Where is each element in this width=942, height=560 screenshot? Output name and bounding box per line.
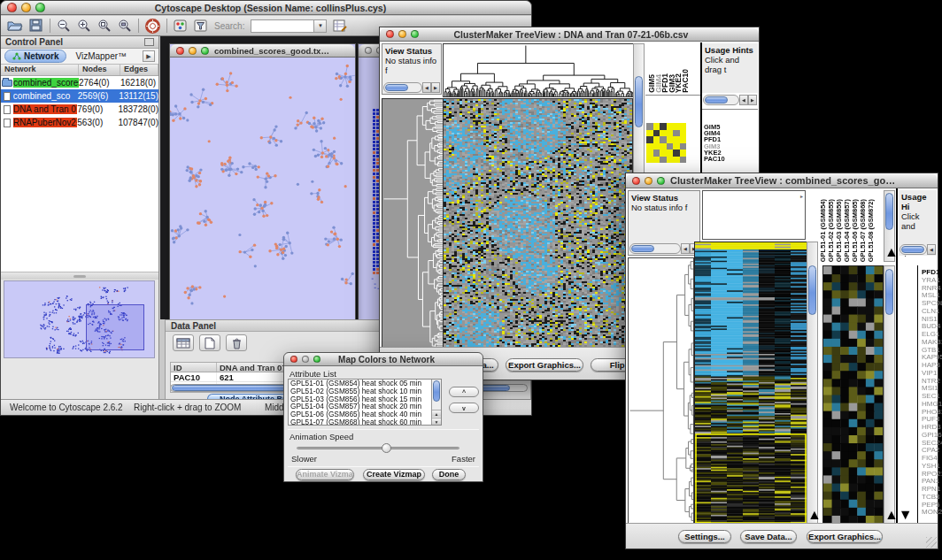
animation-speed-slider[interactable]	[297, 447, 459, 449]
column-label[interactable]: GIM3	[668, 74, 675, 93]
main-titlebar[interactable]: Cytoscape Desktop (Session Name: collins…	[1, 1, 531, 15]
vizmapper-icon[interactable]	[174, 19, 188, 33]
move-down-button[interactable]: v	[449, 403, 479, 413]
network-list-row[interactable]: combined_scores2764(0)16218(0)	[1, 76, 158, 89]
column-dendrogram-canvas[interactable]	[443, 43, 634, 97]
move-up-button[interactable]: ^	[449, 387, 479, 397]
minimize-button[interactable]	[21, 3, 31, 12]
scroll-right-icon[interactable]: ▶	[748, 95, 757, 105]
usage-hints-hscrollbar[interactable]: ◀	[900, 244, 936, 255]
zoom-out-icon[interactable]	[57, 19, 71, 33]
attribute-listbox[interactable]: GPL51-01 (GSM854) heat shock 05 minGPL51…	[288, 379, 442, 426]
help-lifering-icon[interactable]	[145, 19, 160, 34]
scroll-left-icon[interactable]: ◀	[422, 82, 431, 93]
gene-label[interactable]: MON2	[922, 509, 942, 517]
scroll-up-icon[interactable]: ▲	[432, 410, 441, 417]
network-list-row[interactable]: DNA and Tran 07769(0)183728(0)	[1, 103, 158, 116]
network-list-row[interactable]: combined_sco2569(6)13112(15)	[1, 89, 158, 103]
scroll-up-icon[interactable]: ▲	[807, 507, 822, 522]
zoom-selected-icon[interactable]	[97, 19, 112, 33]
network-view-canvas[interactable]	[170, 58, 355, 319]
column-label[interactable]: YKE2	[674, 73, 681, 93]
row-label[interactable]: PAC10	[704, 156, 725, 162]
zoom-button[interactable]	[313, 356, 320, 363]
row-dendrogram-canvas[interactable]	[382, 98, 444, 350]
column-label[interactable]: GPL51-02 (GSM855)	[827, 199, 835, 262]
column-label[interactable]: PFD1	[660, 73, 668, 93]
network-view-window[interactable]: combined_scores_good.txt--cluste...	[169, 43, 356, 319]
panel-splitter[interactable]	[1, 272, 158, 280]
zoom-button[interactable]	[35, 3, 45, 12]
column-label[interactable]: GPL51-04 (GSM857)	[843, 199, 851, 262]
col-header-id[interactable]: ID	[171, 363, 217, 372]
zoom-panel-hscrollbar[interactable]: ◀▶	[703, 95, 757, 105]
report-icon[interactable]	[333, 19, 348, 33]
delete-attribute-icon[interactable]	[226, 334, 247, 351]
col-header-nodes[interactable]: Nodes	[79, 65, 120, 75]
zoom-vscrollbar[interactable]: ▲▼	[884, 265, 895, 525]
export-graphics-button[interactable]: Export Graphics...	[807, 530, 883, 543]
attribute-item[interactable]: GPL51-07 (GSM868) heat shock 60 min	[289, 418, 431, 426]
network-overview-panel[interactable]	[4, 280, 155, 358]
tab-overflow-arrow[interactable]: ▶	[143, 50, 155, 62]
close-button[interactable]	[386, 30, 394, 38]
zoom-button[interactable]	[411, 30, 419, 38]
overview-viewport-rect[interactable]	[86, 304, 144, 350]
col-header-network[interactable]: Network	[1, 65, 79, 75]
minimize-button[interactable]	[302, 356, 309, 363]
settings-button[interactable]: Settings...	[678, 530, 731, 543]
close-button[interactable]	[176, 47, 184, 55]
minimize-button[interactable]	[398, 30, 406, 38]
column-label[interactable]: GPL51-06 (GSM865)	[851, 199, 859, 262]
heatmap-zoom-canvas[interactable]	[822, 265, 884, 525]
scroll-left-icon[interactable]: ◀	[681, 243, 690, 254]
treeview-combined-titlebar[interactable]: ClusterMaker TreeView : combined_scores_…	[626, 173, 938, 188]
search-input[interactable]	[251, 19, 314, 33]
zoom-fit-icon[interactable]	[118, 19, 132, 33]
close-button[interactable]	[632, 177, 640, 185]
close-button[interactable]	[290, 356, 297, 363]
zoom-button[interactable]	[657, 177, 665, 185]
view-status-hscrollbar[interactable]: ◀▶	[383, 82, 440, 93]
correlation-matrix[interactable]	[646, 123, 686, 163]
minimize-button[interactable]	[189, 47, 197, 55]
open-file-icon[interactable]	[6, 19, 23, 33]
slider-thumb[interactable]	[382, 443, 391, 453]
scroll-down-icon[interactable]: ▼	[899, 507, 913, 522]
save-icon[interactable]	[29, 19, 43, 33]
tab-network[interactable]: Network	[4, 50, 66, 63]
column-label[interactable]: GPL51-01 (GSM854)	[819, 199, 827, 262]
create-vizmap-button[interactable]: Create Vizmap	[363, 469, 425, 480]
row-dendrogram-canvas[interactable]	[628, 257, 694, 525]
save-data-button[interactable]: Save Data...	[740, 530, 797, 543]
view-status-hscrollbar[interactable]: ◀▶	[629, 243, 699, 254]
new-attribute-icon[interactable]	[199, 334, 220, 351]
expand-arrow-icon[interactable]: ▸	[800, 193, 803, 199]
export-graphics-button[interactable]: Export Graphics...	[506, 358, 583, 372]
heatmap-global-canvas[interactable]	[694, 242, 807, 525]
float-panel-icon[interactable]	[144, 38, 154, 46]
heatmap-vscrollbar[interactable]: ▲▼	[807, 242, 818, 525]
done-button[interactable]: Done	[432, 469, 466, 480]
scroll-left-icon[interactable]: ◀	[739, 95, 748, 105]
column-labels-vscrollbar[interactable]: ▲▼	[884, 190, 895, 262]
treeview-dna-titlebar[interactable]: ClusterMaker TreeView : DNA and Tran 07-…	[380, 27, 759, 42]
column-label[interactable]: GPL51-07 (GSM868)	[859, 199, 867, 262]
heatmap-global-canvas[interactable]	[443, 98, 633, 350]
zoom-in-icon[interactable]	[77, 19, 91, 33]
column-label[interactable]: GPL51-08 (GSM872)	[867, 199, 875, 262]
close-button[interactable]	[7, 3, 17, 12]
col-header-edges[interactable]: Edges	[120, 65, 158, 75]
scroll-right-icon[interactable]: ▶	[431, 82, 440, 93]
column-label[interactable]: GPL51-03 (GSM856)	[835, 199, 843, 262]
filter-icon[interactable]	[194, 19, 208, 33]
tab-vizmapper[interactable]: VizMapper™	[70, 50, 132, 62]
close-button[interactable]	[365, 47, 372, 54]
scroll-left-icon[interactable]: ◀	[927, 244, 936, 255]
minimize-button[interactable]	[645, 177, 652, 185]
column-label[interactable]: GIM4	[654, 74, 661, 93]
animate-vizmap-button[interactable]: Animate Vizmap	[296, 469, 354, 480]
resize-grip[interactable]	[926, 537, 937, 548]
zoom-button[interactable]	[201, 47, 209, 55]
search-dropdown-arrow[interactable]: ▼	[314, 19, 327, 33]
